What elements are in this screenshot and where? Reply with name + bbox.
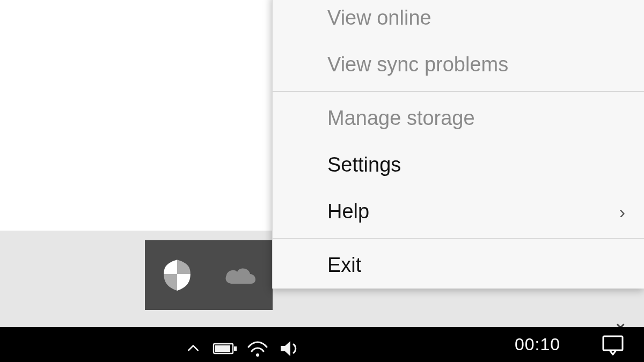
chevron-right-icon: › xyxy=(619,201,625,222)
menu-separator xyxy=(273,238,644,239)
menu-help-label: Help xyxy=(327,200,369,223)
system-tray[interactable] xyxy=(177,327,306,362)
menu-exit[interactable]: Exit xyxy=(273,242,644,289)
taskbar[interactable]: 00:10 xyxy=(0,327,644,362)
action-center-icon[interactable] xyxy=(598,333,628,357)
menu-settings[interactable]: Settings xyxy=(273,142,644,188)
svg-rect-1 xyxy=(234,346,237,351)
tray-onedrive-icon[interactable] xyxy=(209,240,273,310)
svg-rect-2 xyxy=(215,345,230,352)
desktop-area: View online View sync problems Manage st… xyxy=(0,0,644,362)
tray-battery-icon[interactable] xyxy=(209,335,241,362)
svg-rect-4 xyxy=(603,336,623,350)
taskbar-clock[interactable]: 00:10 xyxy=(515,327,560,362)
onedrive-context-menu: View online View sync problems Manage st… xyxy=(272,0,644,289)
onedrive-icon xyxy=(222,262,260,288)
menu-manage-storage[interactable]: Manage storage xyxy=(273,95,644,142)
menu-view-online[interactable]: View online xyxy=(273,0,644,41)
tray-volume-icon[interactable] xyxy=(274,335,306,362)
menu-help[interactable]: Help › xyxy=(273,188,644,235)
tray-overflow-flyout[interactable] xyxy=(145,240,273,310)
tray-network-icon[interactable] xyxy=(241,335,274,362)
menu-view-sync-problems[interactable]: View sync problems xyxy=(273,41,644,88)
tray-overflow-chevron-icon[interactable] xyxy=(177,335,209,362)
svg-point-3 xyxy=(256,353,259,357)
shield-icon xyxy=(159,257,195,293)
tray-security-icon[interactable] xyxy=(145,240,209,310)
menu-separator xyxy=(273,91,644,92)
